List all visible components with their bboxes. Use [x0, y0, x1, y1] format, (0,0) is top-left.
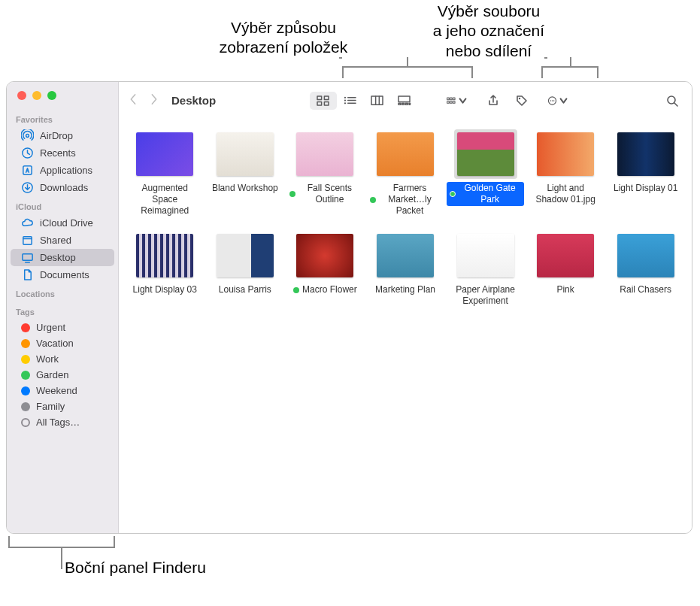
sidebar-item-downloads[interactable]: Downloads: [11, 179, 114, 196]
group-by-button[interactable]: [447, 92, 468, 110]
close-button[interactable]: [17, 91, 26, 100]
all-tags-icon: [21, 418, 30, 427]
file-grid: Augmented Space ReimaginedBland Workshop…: [119, 119, 692, 533]
sidebar-item-label: Garden: [36, 369, 68, 380]
svg-rect-29: [453, 101, 455, 103]
file-name: Augmented Space Reimagined: [129, 183, 201, 217]
svg-rect-5: [23, 254, 32, 261]
svg-rect-6: [317, 96, 322, 100]
file-thumb: [136, 234, 193, 277]
share-button[interactable]: [483, 92, 504, 110]
tag-indicator-icon: [289, 191, 295, 197]
callout-share: Výběr souboru a jeho označení nebo sdíle…: [417, 2, 560, 61]
sidebar-section-icloud: iCloud: [7, 196, 118, 214]
sidebar-item-label: Work: [36, 353, 59, 365]
sidebar-tag-weekend[interactable]: Weekend: [11, 383, 114, 398]
sidebar-item-label: Documents: [40, 269, 89, 280]
sidebar-item-desktop[interactable]: Desktop: [11, 249, 114, 266]
file-item[interactable]: Light Display 01: [607, 129, 684, 217]
sidebar-tag-family[interactable]: Family: [11, 398, 114, 414]
callout-sidebar-line: [61, 548, 62, 569]
file-name: Light Display 01: [614, 183, 677, 194]
file-thumb: [296, 132, 353, 176]
file-thumb-wrap: [374, 231, 437, 280]
file-thumb: [377, 132, 434, 176]
sidebar-item-label: AirDrop: [40, 130, 73, 141]
back-button[interactable]: [128, 92, 138, 108]
file-item[interactable]: Fall Scents Outline: [286, 129, 364, 217]
documents-icon: [21, 268, 34, 281]
zoom-button[interactable]: [47, 91, 56, 100]
view-gallery-button[interactable]: [391, 92, 418, 110]
sidebar-item-label: Family: [36, 401, 65, 412]
file-name: Golden Gate Park: [459, 183, 521, 205]
svg-rect-25: [450, 98, 452, 100]
file-thumb: [457, 132, 514, 176]
file-item[interactable]: Golden Gate Park: [447, 129, 524, 217]
finder-window: Favorites AirDropRecentsApplicationsDown…: [6, 81, 692, 534]
svg-rect-22: [405, 103, 408, 105]
sidebar-item-shared[interactable]: Shared: [11, 232, 114, 249]
file-item[interactable]: Marketing Plan: [367, 231, 444, 308]
file-item[interactable]: Augmented Space Reimagined: [126, 129, 204, 217]
view-icons-button[interactable]: [310, 92, 337, 110]
file-name: Rail Chasers: [620, 284, 671, 295]
file-thumb-wrap: [374, 129, 437, 179]
svg-point-33: [551, 100, 552, 101]
sidebar-item-airdrop[interactable]: AirDrop: [11, 127, 114, 144]
file-thumb: [217, 234, 274, 277]
file-item[interactable]: Bland Workshop: [207, 129, 284, 217]
svg-rect-26: [453, 98, 455, 100]
callout-share-line: [570, 57, 571, 66]
sidebar-tag-urgent[interactable]: Urgent: [11, 320, 114, 335]
minimize-button[interactable]: [32, 91, 41, 100]
view-list-button[interactable]: [337, 92, 364, 110]
search-button[interactable]: [662, 92, 683, 110]
sidebar-item-documents[interactable]: Documents: [11, 266, 114, 283]
more-button[interactable]: [547, 92, 568, 110]
file-item[interactable]: Light and Shadow 01.jpg: [527, 129, 605, 217]
file-thumb-wrap: [534, 231, 597, 280]
sidebar-item-all-tags[interactable]: All Tags…: [11, 414, 114, 430]
callout-view: Výběr způsobu zobrazení položek: [212, 18, 355, 58]
file-name: Macro Flower: [302, 284, 357, 295]
svg-point-32: [550, 100, 550, 101]
file-item[interactable]: Louisa Parris: [207, 231, 284, 308]
toolbar: Desktop: [119, 82, 692, 119]
callout-view-line: [407, 57, 408, 66]
sidebar-item-icloud-drive[interactable]: iCloud Drive: [11, 214, 114, 232]
file-label: Light Display 03: [130, 283, 200, 296]
callout-share-cap: [544, 57, 547, 59]
file-item[interactable]: Rail Chasers: [607, 231, 684, 308]
sidebar-tag-garden[interactable]: Garden: [11, 367, 114, 383]
svg-rect-27: [447, 101, 449, 103]
tag-button[interactable]: [511, 92, 532, 110]
file-item[interactable]: Pink: [527, 231, 605, 308]
file-item[interactable]: Light Display 03: [126, 231, 204, 308]
file-thumb: [296, 234, 353, 277]
file-item[interactable]: Macro Flower: [286, 231, 364, 308]
forward-button[interactable]: [149, 92, 159, 108]
file-thumb: [377, 234, 434, 277]
view-columns-button[interactable]: [364, 92, 391, 110]
sidebar-item-label: Downloads: [40, 182, 88, 193]
sidebar-item-recents[interactable]: Recents: [11, 144, 114, 162]
file-item[interactable]: Farmers Market…ly Packet: [367, 129, 444, 217]
tag-dot-icon: [21, 323, 30, 332]
file-item[interactable]: Paper Airplane Experiment: [447, 231, 524, 308]
svg-rect-9: [324, 102, 329, 105]
file-name: Fall Scents Outline: [298, 183, 361, 205]
sidebar-tag-vacation[interactable]: Vacation: [11, 335, 114, 351]
recents-icon: [21, 147, 34, 159]
file-label: Rail Chasers: [617, 283, 674, 296]
shared-icon: [21, 234, 34, 247]
file-name: Farmers Market…ly Packet: [379, 183, 441, 217]
sidebar-item-applications[interactable]: Applications: [11, 162, 114, 179]
tag-dot-icon: [21, 339, 30, 348]
file-thumb-wrap: [133, 231, 196, 280]
sidebar-tag-work[interactable]: Work: [11, 351, 114, 367]
file-label: Louisa Parris: [216, 283, 274, 296]
tag-indicator-icon: [293, 287, 299, 293]
file-label: Augmented Space Reimagined: [126, 182, 204, 217]
file-thumb: [617, 234, 674, 277]
